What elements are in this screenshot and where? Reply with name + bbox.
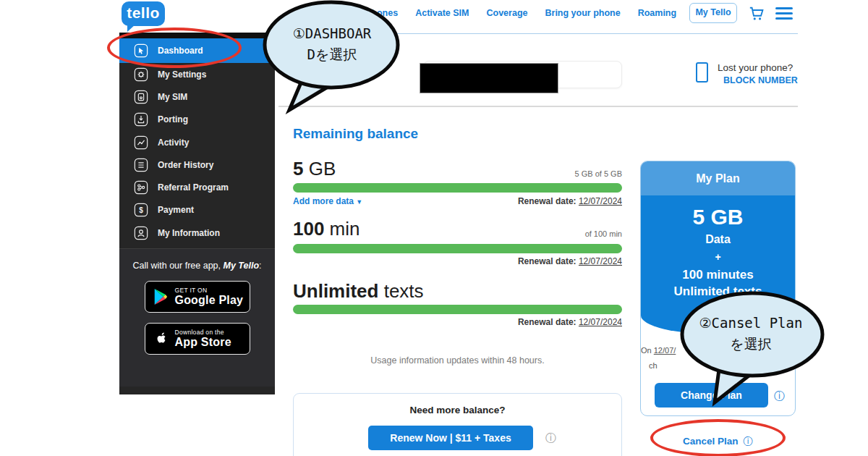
my-tello-button[interactable]: My Tello bbox=[689, 3, 737, 23]
apple-icon bbox=[153, 329, 169, 348]
plan-minutes: 100 minutes bbox=[641, 268, 795, 282]
data-balance-cap: 5 GB of 5 GB bbox=[293, 169, 622, 178]
chevron-down-icon: ▼ bbox=[356, 198, 362, 206]
sidebar-item-activity[interactable]: Activity bbox=[119, 131, 275, 153]
svg-text:$: $ bbox=[139, 206, 143, 214]
need-balance-question: Need more balance? bbox=[294, 405, 621, 415]
renew-now-button[interactable]: Renew Now | $11 + Taxes bbox=[368, 426, 533, 450]
porting-icon bbox=[134, 112, 148, 127]
renew-info-icon[interactable]: ⓘ bbox=[545, 431, 556, 445]
settings-icon bbox=[134, 67, 148, 82]
minutes-balance-cap: of 100 min bbox=[293, 229, 622, 238]
activity-icon bbox=[134, 135, 148, 150]
order-history-icon bbox=[134, 158, 148, 172]
person-icon bbox=[134, 226, 148, 240]
sidebar-item-payment[interactable]: $ Payment bbox=[119, 199, 275, 221]
remaining-balance-title: Remaining balance bbox=[293, 126, 418, 142]
texts-balance-value: Unlimited texts bbox=[293, 280, 424, 303]
plan-plus: + bbox=[641, 251, 795, 263]
cart-icon[interactable] bbox=[749, 6, 765, 25]
app-promo-text: Call with our free app, My Tello: bbox=[119, 261, 275, 271]
phone-icon bbox=[696, 62, 708, 83]
minutes-renewal-date: Renewal date: 12/07/2024 bbox=[518, 256, 622, 266]
nav-roaming[interactable]: Roaming bbox=[638, 8, 676, 18]
add-more-data-link[interactable]: Add more data ▼ bbox=[293, 196, 362, 206]
need-balance-card: Need more balance? Renew Now | $11 + Tax… bbox=[293, 393, 622, 456]
plan-renewal-note: On 12/07/ bbox=[641, 346, 676, 355]
sidebar-item-referral-program[interactable]: Referral Program bbox=[119, 176, 275, 198]
app-promo-section: Call with our free app, My Tello: GET IT… bbox=[119, 249, 275, 387]
texts-progress-bar bbox=[293, 305, 622, 314]
minutes-progress-bar bbox=[293, 244, 622, 253]
usage-note: Usage information updates within 48 hour… bbox=[293, 355, 622, 366]
annotation-circle-dashboard bbox=[107, 28, 242, 68]
sidebar-item-my-sim[interactable]: My SIM bbox=[119, 85, 275, 108]
speech-bubble-2-text: ②Cansel Plan を選択 bbox=[689, 313, 813, 354]
sidebar-item-order-history[interactable]: Order History bbox=[119, 153, 275, 176]
sim-icon bbox=[134, 90, 148, 104]
lost-phone-label: Lost your phone? bbox=[718, 62, 793, 73]
sidebar-item-my-information[interactable]: My Information bbox=[119, 221, 275, 244]
payment-icon: $ bbox=[134, 203, 148, 217]
nav-coverage[interactable]: Coverage bbox=[487, 8, 528, 18]
tello-logo[interactable]: tello bbox=[122, 1, 165, 26]
nav-activate-sim[interactable]: Activate SIM bbox=[415, 8, 469, 18]
plan-renewal-note-2: ch bbox=[649, 361, 658, 370]
redaction-box bbox=[420, 63, 558, 93]
tello-dashboard-page: tello Phones Activate SIM Coverage Bring… bbox=[0, 0, 868, 456]
sidebar-item-porting[interactable]: Porting bbox=[119, 109, 275, 131]
my-plan-title: My Plan bbox=[641, 161, 795, 195]
annotation-circle-cancel-plan bbox=[650, 419, 786, 456]
data-renewal-date: Renewal date: 12/07/2024 bbox=[518, 196, 622, 206]
texts-renewal-date: Renewal date: 12/07/2024 bbox=[518, 317, 622, 327]
plan-data-amount: 5 GB bbox=[641, 205, 795, 229]
app-store-badge[interactable]: Download on the App Store bbox=[145, 323, 250, 355]
plan-data-label: Data bbox=[641, 233, 795, 246]
data-progress-bar bbox=[293, 183, 622, 193]
menu-icon[interactable] bbox=[775, 7, 793, 22]
speech-bubble-1-text: ①DASHBOAR Dを選択 bbox=[266, 23, 398, 64]
referral-icon bbox=[134, 180, 148, 195]
google-play-icon bbox=[153, 288, 169, 305]
block-number-link[interactable]: BLOCK NUMBER bbox=[723, 75, 798, 85]
nav-bring-your-phone[interactable]: Bring your phone bbox=[545, 8, 620, 18]
google-play-badge[interactable]: GET IT ON Google Play bbox=[145, 281, 250, 313]
sidebar: Dashboard My Settings My SIM Portin bbox=[119, 33, 275, 394]
